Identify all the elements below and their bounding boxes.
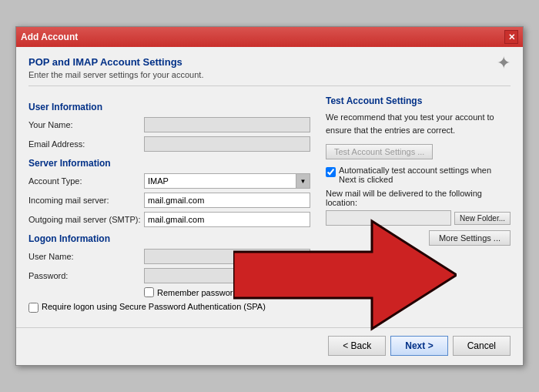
outgoing-server-input[interactable]: mail.gmail.com — [144, 212, 310, 227]
deliver-label: New mail will be delivered to the follow… — [326, 189, 511, 207]
server-info-title: Server Information — [28, 158, 310, 169]
account-type-value: IMAP — [145, 176, 296, 186]
email-row: Email Address: — [28, 136, 310, 152]
account-type-select[interactable]: IMAP ▼ — [144, 173, 310, 189]
auto-test-label: Automatically test account settings when… — [339, 166, 511, 184]
account-type-arrow[interactable]: ▼ — [296, 174, 310, 188]
account-type-label: Account Type: — [28, 176, 144, 186]
incoming-server-input[interactable]: mail.gmail.com — [144, 193, 310, 208]
spa-label: Require logon using Secure Password Auth… — [42, 301, 266, 313]
back-button[interactable]: < Back — [328, 336, 386, 356]
spa-row: Require logon using Secure Password Auth… — [28, 301, 310, 313]
auto-test-row: Automatically test account settings when… — [326, 166, 511, 184]
next-button[interactable]: Next > — [390, 336, 447, 356]
your-name-input[interactable] — [144, 117, 310, 132]
test-account-button[interactable]: Test Account Settings ... — [326, 144, 433, 159]
outgoing-server-row: Outgoing mail server (SMTP): mail.gmail.… — [28, 212, 310, 227]
more-settings-button[interactable]: More Settings ... — [429, 230, 511, 246]
content-area: User Information Your Name: Email Addres… — [28, 95, 511, 313]
account-type-row: Account Type: IMAP ▼ — [28, 173, 310, 189]
outgoing-server-label: Outgoing mail server (SMTP): — [28, 215, 144, 224]
header-icon: ✦ — [497, 53, 511, 73]
incoming-server-row: Incoming mail server: mail.gmail.com — [28, 193, 310, 208]
test-settings-title: Test Account Settings — [326, 95, 511, 106]
password-label: Password: — [28, 271, 144, 280]
email-label: Email Address: — [28, 139, 144, 149]
remember-password-checkbox[interactable] — [144, 287, 154, 297]
password-input[interactable] — [144, 268, 310, 283]
remember-row: Remember password — [28, 287, 310, 297]
footer: < Back Next > Cancel — [16, 327, 523, 365]
header-subtitle: Enter the mail server settings for your … — [28, 70, 203, 79]
your-name-row: Your Name: — [28, 117, 310, 132]
your-name-label: Your Name: — [28, 120, 144, 129]
left-panel: User Information Your Name: Email Addres… — [28, 95, 310, 313]
header-section: POP and IMAP Account Settings Enter the … — [28, 56, 511, 86]
password-row: Password: — [28, 268, 310, 283]
username-input[interactable] — [144, 249, 310, 264]
window-body: POP and IMAP Account Settings Enter the … — [16, 47, 523, 320]
spa-checkbox[interactable] — [28, 303, 38, 313]
more-settings-row: More Settings ... — [326, 230, 511, 246]
deliver-input[interactable] — [326, 210, 451, 226]
deliver-row: New Folder... — [326, 210, 511, 226]
user-info-title: User Information — [28, 102, 310, 112]
auto-test-checkbox[interactable] — [326, 167, 336, 177]
username-row: User Name: — [28, 249, 310, 264]
header-title: POP and IMAP Account Settings — [28, 56, 203, 68]
incoming-server-label: Incoming mail server: — [28, 196, 144, 205]
email-input[interactable] — [144, 136, 310, 152]
remember-password-label: Remember password — [157, 288, 238, 297]
title-bar: Add Account ✕ — [16, 27, 523, 47]
username-label: User Name: — [28, 252, 144, 261]
test-settings-desc: We recommend that you test your account … — [326, 111, 511, 136]
window-title: Add Account — [21, 32, 78, 42]
add-account-window: Add Account ✕ POP and IMAP Account Setti… — [15, 26, 524, 365]
new-folder-button[interactable]: New Folder... — [454, 212, 511, 225]
header-text: POP and IMAP Account Settings Enter the … — [28, 56, 203, 79]
cancel-button[interactable]: Cancel — [453, 336, 511, 356]
right-panel: Test Account Settings We recommend that … — [326, 95, 511, 313]
logon-info-title: Logon Information — [28, 233, 310, 244]
close-button[interactable]: ✕ — [504, 30, 518, 44]
